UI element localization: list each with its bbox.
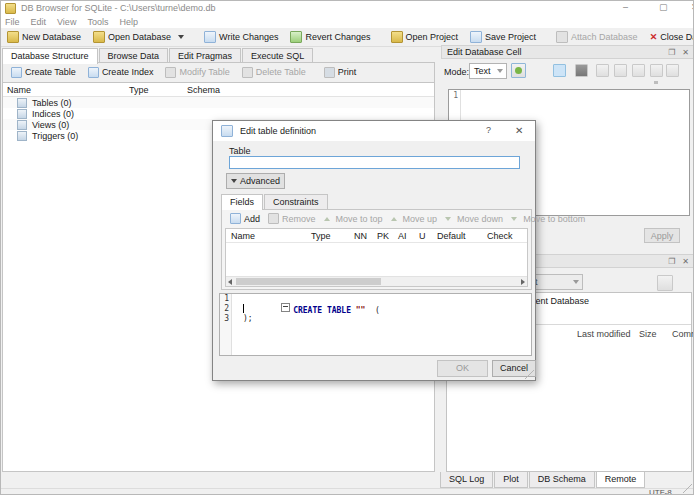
text-mode-icon[interactable] <box>553 64 566 77</box>
advanced-collapse-icon <box>231 179 237 183</box>
col-name[interactable]: Name <box>231 231 255 241</box>
tree-item-indices[interactable]: Indices (0) <box>3 108 434 119</box>
dialog-close-button[interactable]: ✕ <box>515 125 523 136</box>
window-resize-grip[interactable] <box>683 484 692 493</box>
tab-sql-log[interactable]: SQL Log <box>440 472 493 488</box>
menu-view[interactable]: View <box>57 17 76 27</box>
dialog-tab-bar: FieldsConstraints <box>221 194 329 210</box>
fullscreen-icon[interactable] <box>650 64 663 77</box>
export-icon[interactable] <box>614 64 627 77</box>
remote-col-commit[interactable]: Commit <box>672 329 694 339</box>
mode-select[interactable]: Text <box>469 63 507 79</box>
col-check[interactable]: Check <box>487 231 513 241</box>
close-database-label: Close Database <box>660 32 694 42</box>
remote-col-size[interactable]: Size <box>639 329 657 339</box>
menu-edit[interactable]: Edit <box>31 17 47 27</box>
move-to-top-label: Move to top <box>336 214 383 224</box>
fields-hscrollbar[interactable] <box>226 276 527 286</box>
tab-constraints[interactable]: Constraints <box>264 194 328 210</box>
print-label: Print <box>338 67 357 77</box>
menu-help[interactable]: Help <box>119 17 138 27</box>
menu-file[interactable]: File <box>5 17 20 27</box>
mode-select-arrow-icon <box>497 69 503 73</box>
dialog-title: Edit table definition <box>240 126 316 136</box>
write-changes-button[interactable]: Write Changes <box>198 29 284 46</box>
dialog-icon <box>221 125 233 137</box>
remote-refresh-icon[interactable] <box>657 275 673 291</box>
remote-col-last-modified[interactable]: Last modified <box>577 329 631 339</box>
create-index-icon <box>88 67 99 78</box>
print-button[interactable]: Print <box>318 64 363 81</box>
close-database-button[interactable]: ✕ Close Database <box>644 29 694 46</box>
float-panel-icon[interactable]: ❐ <box>668 48 675 57</box>
float-panel-icon[interactable]: ❐ <box>668 257 675 266</box>
maximize-button[interactable]: ▢ <box>659 2 668 12</box>
status-bar: UTF-8 <box>1 488 694 495</box>
sql-preview-editor[interactable]: 1 2 3 CREATE TABLE "" ( ); <box>219 293 532 356</box>
main-tab-bar: Database StructureBrowse DataEdit Pragma… <box>2 48 435 63</box>
col-default[interactable]: Default <box>437 231 466 241</box>
dialog-resize-grip[interactable] <box>525 370 534 379</box>
move-down-icon <box>445 217 451 221</box>
tab-plot[interactable]: Plot <box>494 472 528 488</box>
tab-db-schema[interactable]: DB Schema <box>529 472 595 488</box>
sql-keyword: CREATE TABLE <box>293 306 351 315</box>
col-u[interactable]: U <box>419 231 426 241</box>
create-table-label: Create Table <box>25 67 76 77</box>
tables-folder-icon <box>17 98 27 108</box>
new-database-button[interactable]: New Database <box>1 29 87 46</box>
word-wrap-icon[interactable] <box>654 81 658 84</box>
minimize-button[interactable]: – <box>623 2 628 12</box>
move-to-top-button: Move to top <box>320 210 387 227</box>
save-project-icon <box>470 31 482 43</box>
open-database-dropdown-icon[interactable] <box>178 35 184 39</box>
code-fold-icon[interactable] <box>281 303 290 312</box>
col-pk[interactable]: PK <box>377 231 389 241</box>
indices-folder-icon <box>17 109 27 119</box>
dialog-help-button[interactable]: ? <box>486 125 491 135</box>
tab-database-structure[interactable]: Database Structure <box>2 48 98 64</box>
auto-apply-button[interactable] <box>511 63 526 78</box>
menu-bar: File Edit View Tools Help <box>1 15 694 28</box>
tab-fields[interactable]: Fields <box>221 194 263 210</box>
open-project-button[interactable]: Open Project <box>385 29 465 46</box>
fields-table[interactable]: Name Type NN PK AI U Default Check <box>225 228 528 287</box>
close-panel-icon[interactable]: ✕ <box>682 48 689 57</box>
menu-tools[interactable]: Tools <box>87 17 108 27</box>
create-table-button[interactable]: Create Table <box>5 64 82 81</box>
table-name-input[interactable] <box>229 156 520 169</box>
apply-button: Apply <box>644 228 680 243</box>
revert-changes-button[interactable]: Revert Changes <box>284 29 376 46</box>
tree-item-label: Triggers (0) <box>32 131 78 141</box>
tab-remote[interactable]: Remote <box>596 472 646 488</box>
open-database-button[interactable]: Open Database <box>87 29 190 46</box>
binary-mode-icon[interactable] <box>575 64 588 77</box>
advanced-button[interactable]: Advanced <box>226 173 285 189</box>
new-database-label: New Database <box>22 32 81 42</box>
print-cell-icon[interactable] <box>666 64 679 77</box>
scroll-left-icon[interactable] <box>228 279 232 285</box>
tree-col-schema[interactable]: Schema <box>187 85 220 95</box>
scroll-right-icon[interactable] <box>521 279 525 285</box>
tree-col-type[interactable]: Type <box>129 85 149 95</box>
tree-item-tables[interactable]: Tables (0) <box>3 97 434 108</box>
create-table-icon <box>11 67 22 78</box>
set-null-icon[interactable] <box>632 64 645 77</box>
scrollbar-thumb[interactable] <box>236 278 381 285</box>
dock-tab-bar: SQL LogPlotDB SchemaRemote <box>440 472 646 488</box>
col-ai[interactable]: AI <box>398 231 407 241</box>
add-field-button[interactable]: Add <box>226 210 264 227</box>
tree-item-label: Tables (0) <box>32 98 72 108</box>
cell-editor-line-number: 1 <box>449 90 460 100</box>
save-project-button[interactable]: Save Project <box>464 29 542 46</box>
col-nn[interactable]: NN <box>354 231 367 241</box>
col-type[interactable]: Type <box>311 231 331 241</box>
dialog-title-bar[interactable]: Edit table definition ? ✕ <box>213 121 535 141</box>
create-index-button[interactable]: Create Index <box>82 64 160 81</box>
encoding-select[interactable]: UTF-8 <box>649 488 672 495</box>
close-panel-icon[interactable]: ✕ <box>682 257 689 266</box>
edit-table-dialog: Edit table definition ? ✕ Table Advanced… <box>212 120 536 381</box>
tree-col-name[interactable]: Name <box>7 85 31 95</box>
import-icon[interactable] <box>596 64 609 77</box>
sql-line-number: 2 <box>220 304 231 314</box>
